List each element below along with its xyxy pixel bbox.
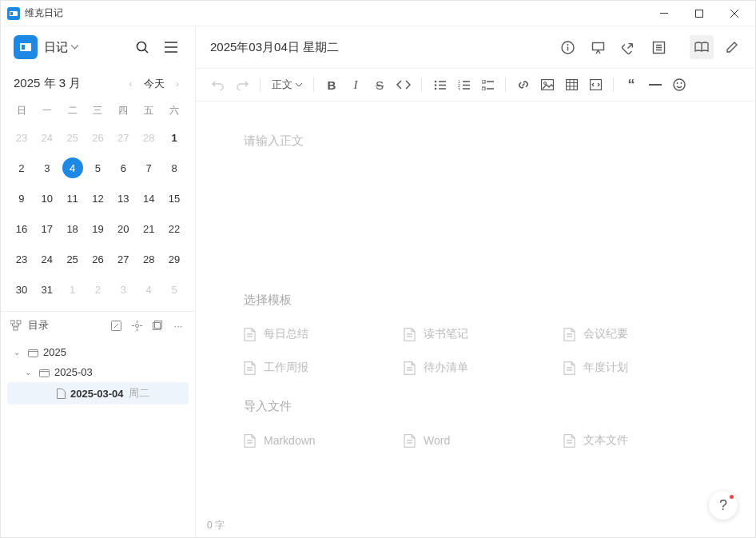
calendar-day[interactable]: 24	[34, 122, 60, 153]
tree-year[interactable]: ⌄ 2025	[7, 342, 189, 362]
calendar-day[interactable]: 30	[9, 274, 34, 305]
calendar-day[interactable]: 5	[86, 153, 111, 183]
folder-icon	[39, 368, 50, 377]
calendar-day[interactable]: 4	[60, 153, 86, 183]
svg-rect-13	[155, 321, 162, 329]
template-item[interactable]: 待办清单	[404, 361, 547, 375]
file-icon	[404, 361, 416, 375]
calendar-day[interactable]: 22	[161, 213, 187, 244]
presentation-button[interactable]	[586, 35, 610, 59]
calendar-day[interactable]: 7	[136, 153, 161, 183]
calendar-day[interactable]: 28	[136, 244, 161, 274]
svg-point-22	[434, 87, 436, 90]
image-button[interactable]	[536, 74, 559, 96]
divider-button[interactable]	[644, 74, 666, 96]
calendar-day[interactable]: 3	[34, 153, 60, 183]
calendar-day[interactable]: 18	[60, 213, 86, 244]
collapse-button[interactable]	[150, 321, 165, 330]
calendar-day[interactable]: 5	[161, 274, 187, 305]
import-item[interactable]: 文本文件	[563, 433, 707, 448]
calendar-day[interactable]: 2	[86, 274, 111, 305]
code-button[interactable]	[392, 74, 415, 96]
editor-body[interactable]: 请输入正文 选择模板 每日总结读书笔记会议纪要工作周报待办清单年度计划 导入文件…	[196, 102, 755, 514]
quote-button[interactable]: “	[620, 74, 643, 96]
calendar-day[interactable]: 23	[9, 244, 34, 274]
calendar-day[interactable]: 27	[110, 244, 136, 274]
calendar-day[interactable]: 25	[60, 244, 86, 274]
calendar-day[interactable]: 28	[136, 122, 161, 153]
calendar-day[interactable]: 8	[161, 153, 187, 183]
edit-mode-button[interactable]	[720, 35, 744, 59]
italic-button[interactable]: I	[344, 74, 367, 96]
calendar-day[interactable]: 13	[110, 183, 136, 213]
template-item[interactable]: 会议纪要	[563, 327, 707, 341]
template-item[interactable]: 工作周报	[244, 361, 388, 375]
calendar-day[interactable]: 15	[161, 183, 187, 213]
undo-button[interactable]	[207, 74, 229, 96]
outline-button[interactable]	[647, 35, 670, 59]
info-button[interactable]	[555, 35, 579, 59]
weekday-label: 二	[60, 99, 86, 122]
calendar-day[interactable]: 11	[60, 183, 86, 213]
calendar-day[interactable]: 21	[136, 213, 161, 244]
calendar-day[interactable]: 10	[34, 183, 60, 213]
calendar-day[interactable]: 14	[136, 183, 161, 213]
link-button[interactable]	[512, 74, 535, 96]
table-button[interactable]	[560, 74, 583, 96]
calendar-day[interactable]: 9	[9, 183, 34, 213]
calendar-day[interactable]: 16	[9, 213, 34, 244]
calendar-day[interactable]: 23	[9, 122, 34, 153]
calendar-day[interactable]: 3	[110, 274, 136, 305]
import-item[interactable]: Markdown	[244, 433, 388, 448]
strikethrough-button[interactable]: S	[368, 74, 391, 96]
calendar-day[interactable]: 12	[86, 183, 111, 213]
today-button[interactable]: 今天	[142, 77, 166, 91]
calendar-day[interactable]: 6	[110, 153, 136, 183]
template-item[interactable]: 读书笔记	[404, 327, 547, 341]
task-list-button[interactable]	[476, 74, 499, 96]
tree-month[interactable]: ⌄ 2025-03	[7, 362, 189, 382]
calendar-day[interactable]: 26	[86, 244, 111, 274]
import-item[interactable]: Word	[404, 433, 547, 448]
calendar-day[interactable]: 2	[9, 153, 34, 183]
svg-rect-27	[482, 87, 485, 90]
calendar-day[interactable]: 24	[34, 244, 60, 274]
prev-month-button[interactable]: ‹	[125, 78, 135, 90]
more-button[interactable]: ···	[171, 320, 185, 332]
tree-day[interactable]: 2025-03-04 周二	[7, 382, 189, 404]
codeblock-button[interactable]	[584, 74, 607, 96]
calendar-day[interactable]: 4	[136, 274, 161, 305]
menu-button[interactable]	[160, 36, 182, 58]
template-item[interactable]: 每日总结	[244, 327, 388, 341]
bold-button[interactable]: B	[320, 74, 343, 96]
locate-button[interactable]	[129, 321, 144, 331]
calendar-day[interactable]: 31	[34, 274, 60, 305]
bullet-list-button[interactable]	[428, 74, 451, 96]
calendar-day[interactable]: 1	[60, 274, 86, 305]
diary-dropdown[interactable]: 日记	[44, 40, 125, 55]
calendar-day[interactable]: 29	[161, 244, 187, 274]
calendar-day[interactable]: 20	[110, 213, 136, 244]
close-button[interactable]	[717, 1, 752, 26]
edit-button[interactable]	[109, 321, 123, 331]
help-button[interactable]: ?	[709, 491, 738, 520]
maximize-button[interactable]	[682, 1, 717, 26]
read-mode-button[interactable]	[690, 35, 714, 59]
format-dropdown[interactable]: 正文	[267, 74, 307, 96]
calendar-day[interactable]: 25	[60, 122, 86, 153]
minimize-button[interactable]	[647, 1, 682, 26]
search-button[interactable]	[131, 36, 153, 58]
template-item[interactable]: 年度计划	[563, 361, 707, 375]
calendar-day[interactable]: 1	[161, 122, 187, 153]
ordered-list-button[interactable]: 123	[452, 74, 475, 96]
directory-label: 目录	[28, 318, 102, 333]
calendar-day[interactable]: 26	[86, 122, 111, 153]
export-button[interactable]	[616, 35, 640, 59]
calendar-day[interactable]: 19	[86, 213, 111, 244]
redo-button[interactable]	[231, 74, 253, 96]
calendar-day[interactable]: 27	[110, 122, 136, 153]
emoji-button[interactable]	[668, 74, 690, 96]
svg-point-35	[681, 82, 682, 84]
next-month-button[interactable]: ›	[173, 78, 182, 90]
calendar-day[interactable]: 17	[34, 213, 60, 244]
